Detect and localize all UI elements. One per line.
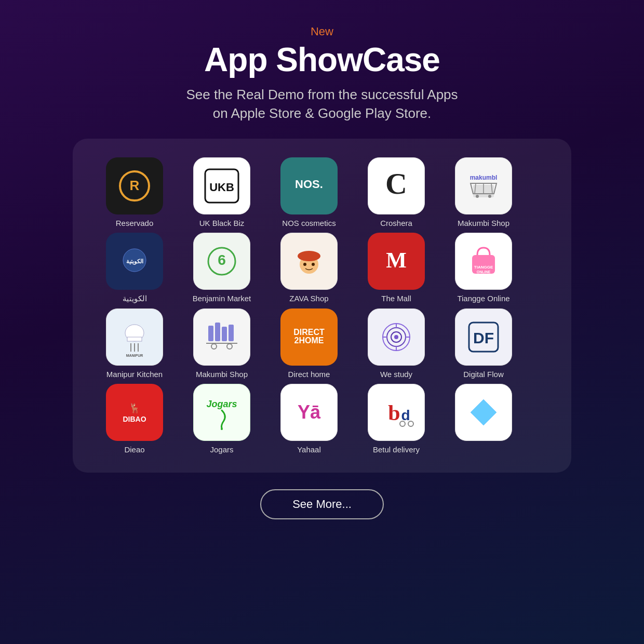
app-item-jogars[interactable]: Jogars Jogars xyxy=(181,384,263,454)
svg-point-19 xyxy=(303,263,306,266)
app-item-zava[interactable]: ZAVA Shop xyxy=(268,233,350,303)
svg-text:Jogars: Jogars xyxy=(206,399,237,409)
svg-point-11 xyxy=(476,195,479,198)
svg-rect-34 xyxy=(229,325,234,341)
app-label-betul: Betul delivery xyxy=(373,445,420,454)
svg-point-36 xyxy=(227,344,232,349)
app-icon-unknown xyxy=(455,384,512,441)
page-header: New App ShowCase See the Real Demo from … xyxy=(186,25,458,123)
svg-point-12 xyxy=(488,195,491,198)
app-icon-reservado: R xyxy=(106,157,163,214)
app-label-kuwait: الكويتية xyxy=(123,294,147,303)
svg-point-20 xyxy=(312,263,315,266)
app-label-ukb: UK Black Biz xyxy=(199,219,245,227)
app-label-makumbi2: Makumbi Shop xyxy=(196,370,248,379)
app-label-zava: ZAVA Shop xyxy=(289,294,328,303)
app-row-1: R Reservado UKB UK Black Biz NOS. NOS co… xyxy=(93,157,551,227)
app-label-direct: Direct home xyxy=(288,370,330,379)
app-item-croshera[interactable]: C Croshera xyxy=(355,157,437,227)
app-icon-tiangge: TIANGGE ONLINE xyxy=(455,233,512,290)
svg-text:makumbl: makumbl xyxy=(470,174,498,181)
app-item-dieao[interactable]: 🦌 DIBAO Dieao xyxy=(93,384,176,454)
app-row-3: MANIPUR Manipur Kitchen Makumbi xyxy=(93,308,551,379)
app-label-tiangge: Tiangge Online xyxy=(457,294,509,303)
app-icon-makumbi2 xyxy=(193,308,250,366)
app-row-4: 🦌 DIBAO Dieao Jogars Jogars Yā xyxy=(93,384,551,454)
svg-rect-26 xyxy=(127,337,142,341)
app-icon-zava xyxy=(280,233,338,290)
app-item-makumbi2[interactable]: Makumbi Shop xyxy=(181,308,263,379)
svg-point-52 xyxy=(221,428,223,430)
svg-text:6: 6 xyxy=(218,252,226,268)
app-label-themall: The Mall xyxy=(381,294,411,303)
svg-rect-32 xyxy=(215,323,220,341)
svg-point-57 xyxy=(408,421,413,426)
app-item-betul[interactable]: b d Betul delivery xyxy=(355,384,437,454)
app-icon-themall: M xyxy=(368,233,425,290)
svg-text:R: R xyxy=(130,178,140,193)
app-item-ukb[interactable]: UKB UK Black Biz xyxy=(181,157,263,227)
app-item-makumbi1[interactable]: makumbl Makumbi Shop xyxy=(442,157,525,227)
new-label: New xyxy=(186,25,458,38)
app-label-dieao: Dieao xyxy=(124,445,144,454)
app-row-2: الكويتية الكويتية 6 Benjamin Market xyxy=(93,233,551,303)
app-item-tiangge[interactable]: TIANGGE ONLINE Tiangge Online xyxy=(442,233,525,303)
app-item-direct[interactable]: DIRECT 2HOME Direct home xyxy=(268,308,350,379)
app-icon-dieao: 🦌 DIBAO xyxy=(106,384,163,441)
app-label-manipur: Manipur Kitchen xyxy=(106,370,163,379)
svg-text:UKB: UKB xyxy=(209,181,234,194)
svg-text:ONLINE: ONLINE xyxy=(477,270,491,274)
svg-text:C: C xyxy=(385,167,407,200)
app-icon-croshera: C xyxy=(368,157,425,214)
app-icon-nos: NOS. xyxy=(280,157,338,214)
app-icon-jogars: Jogars xyxy=(193,384,250,441)
svg-text:DIBAO: DIBAO xyxy=(123,415,146,423)
svg-text:MANIPUR: MANIPUR xyxy=(126,354,143,357)
svg-rect-31 xyxy=(208,326,213,341)
page-subtitle: See the Real Demo from the successful Ap… xyxy=(186,85,458,123)
app-icon-manipur: MANIPUR xyxy=(106,308,163,366)
app-item-benjamin[interactable]: 6 Benjamin Market xyxy=(181,233,263,303)
app-item-westudy[interactable]: We study xyxy=(355,308,437,379)
app-label-jogars: Jogars xyxy=(210,445,233,454)
app-item-themall[interactable]: M The Mall xyxy=(355,233,437,303)
app-item-nos[interactable]: NOS. NOS cosmetics xyxy=(268,157,350,227)
svg-text:NOS.: NOS. xyxy=(295,178,323,191)
svg-text:DIRECT: DIRECT xyxy=(293,328,325,337)
app-icon-westudy xyxy=(368,308,425,366)
app-label-nos: NOS cosmetics xyxy=(282,219,336,227)
app-label-digitalflow: Digital Flow xyxy=(463,370,504,379)
app-icon-digitalflow: DF xyxy=(455,308,512,366)
app-icon-betul: b d xyxy=(368,384,425,441)
svg-text:b: b xyxy=(388,401,400,425)
svg-text:الكويتية: الكويتية xyxy=(126,258,143,265)
app-label-croshera: Croshera xyxy=(380,219,412,227)
app-icon-direct: DIRECT 2HOME xyxy=(280,308,338,366)
app-icon-yahaal: Yā xyxy=(280,384,338,441)
page-title: App ShowCase xyxy=(186,41,458,79)
app-item-yahaal[interactable]: Yā Yahaal xyxy=(268,384,350,454)
svg-text:Yā: Yā xyxy=(298,401,321,423)
svg-text:2HOME: 2HOME xyxy=(294,336,324,345)
app-icon-ukb: UKB xyxy=(193,157,250,214)
svg-point-35 xyxy=(211,344,217,349)
app-label-makumbi1: Makumbi Shop xyxy=(458,219,509,227)
svg-point-18 xyxy=(298,251,320,261)
app-item-manipur[interactable]: MANIPUR Manipur Kitchen xyxy=(93,308,176,379)
app-icon-benjamin: 6 xyxy=(193,233,250,290)
app-label-westudy: We study xyxy=(380,370,412,379)
app-icon-kuwait: الكويتية xyxy=(106,233,163,290)
svg-text:TIANGGE: TIANGGE xyxy=(474,265,493,270)
showcase-container: R Reservado UKB UK Black Biz NOS. NOS co… xyxy=(73,139,571,473)
app-item-kuwait[interactable]: الكويتية الكويتية xyxy=(93,233,176,303)
app-item-reservado[interactable]: R Reservado xyxy=(93,157,176,227)
app-item-unknown[interactable] xyxy=(442,384,525,454)
app-item-digitalflow[interactable]: DF Digital Flow xyxy=(442,308,525,379)
svg-text:M: M xyxy=(386,248,407,272)
app-icon-makumbi1: makumbl xyxy=(455,157,512,214)
svg-point-42 xyxy=(394,335,398,339)
svg-text:🦌: 🦌 xyxy=(129,403,141,414)
svg-text:DF: DF xyxy=(473,329,494,346)
app-label-yahaal: Yahaal xyxy=(297,445,321,454)
see-more-button[interactable]: See More... xyxy=(260,489,384,519)
